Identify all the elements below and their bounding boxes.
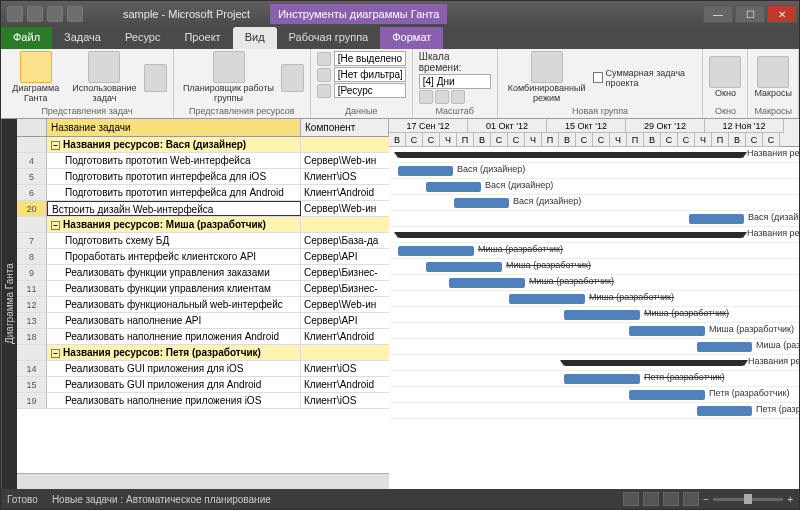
maximize-button[interactable]: ☐: [735, 5, 765, 23]
task-bar[interactable]: [629, 390, 705, 400]
component-cell[interactable]: Сервер\Web-ин: [301, 297, 389, 312]
task-bar[interactable]: [398, 246, 474, 256]
task-bar[interactable]: [454, 198, 509, 208]
task-name-cell[interactable]: Реализовать наполнение приложения Androi…: [47, 329, 301, 344]
row-id[interactable]: [17, 345, 47, 360]
table-row[interactable]: 5Подготовить прототип интерфейса для iOS…: [17, 169, 389, 185]
minimize-button[interactable]: —: [703, 5, 733, 23]
table-row[interactable]: 20Встроить дизайн Web-интерфейсаСервер\W…: [17, 201, 389, 217]
row-id[interactable]: 14: [17, 361, 47, 376]
task-bar[interactable]: [689, 214, 744, 224]
sort-icon[interactable]: [317, 52, 331, 66]
task-name-cell[interactable]: −Названия ресурсов: Вася (дизайнер): [47, 137, 301, 152]
tab-team[interactable]: Рабочая группа: [277, 27, 381, 49]
group-icon[interactable]: [317, 84, 331, 98]
col-header-id[interactable]: [17, 119, 47, 136]
task-bar[interactable]: [426, 262, 502, 272]
task-name-cell[interactable]: Реализовать GUI приложения для iOS: [47, 361, 301, 376]
row-id[interactable]: [17, 137, 47, 152]
task-name-cell[interactable]: Реализовать функциональный web-интерфейс: [47, 297, 301, 312]
row-id[interactable]: 13: [17, 313, 47, 328]
collapse-icon[interactable]: −: [51, 349, 60, 358]
gantt-row[interactable]: Вася (дизайнер): [389, 179, 799, 195]
table-row[interactable]: 6Подготовить прототип интерфейса для And…: [17, 185, 389, 201]
component-cell[interactable]: Клиент\Android: [301, 377, 389, 392]
table-row[interactable]: 13Реализовать наполнение APIСервер\API: [17, 313, 389, 329]
close-button[interactable]: ✕: [767, 5, 797, 23]
zoom-icon[interactable]: [419, 90, 433, 104]
row-id[interactable]: 8: [17, 249, 47, 264]
row-id[interactable]: 9: [17, 265, 47, 280]
gantt-row[interactable]: Миша (разработч: [389, 339, 799, 355]
task-bar[interactable]: [509, 294, 585, 304]
component-cell[interactable]: Клиент\Android: [301, 185, 389, 200]
gantt-row[interactable]: Миша (разработчик): [389, 275, 799, 291]
row-id[interactable]: 7: [17, 233, 47, 248]
table-row[interactable]: 12Реализовать функциональный web-интерфе…: [17, 297, 389, 313]
component-cell[interactable]: Клиент\iOS: [301, 393, 389, 408]
tab-view[interactable]: Вид: [233, 27, 277, 49]
gantt-row[interactable]: Миша (разработчик): [389, 323, 799, 339]
table-row[interactable]: 18Реализовать наполнение приложения Andr…: [17, 329, 389, 345]
tab-format[interactable]: Формат: [380, 27, 443, 49]
task-name-cell[interactable]: Реализовать функции управления клиентам: [47, 281, 301, 296]
gantt-row[interactable]: Миша (разработчик): [389, 291, 799, 307]
gantt-row[interactable]: Вася (дизайнер): [389, 211, 799, 227]
table-row[interactable]: 7Подготовить схему БДСервер\База-да: [17, 233, 389, 249]
collapse-icon[interactable]: −: [51, 221, 60, 230]
tab-project[interactable]: Проект: [172, 27, 232, 49]
component-cell[interactable]: Сервер\API: [301, 313, 389, 328]
task-bar[interactable]: [564, 374, 640, 384]
gantt-chart-icon[interactable]: [20, 51, 52, 83]
table-row[interactable]: −Названия ресурсов: Петя (разработчик): [17, 345, 389, 361]
row-id[interactable]: 12: [17, 297, 47, 312]
task-name-cell[interactable]: Реализовать наполнение API: [47, 313, 301, 328]
tab-resource[interactable]: Ресурс: [113, 27, 172, 49]
view-shortcut-1[interactable]: [623, 492, 639, 506]
table-row[interactable]: 15Реализовать GUI приложения для Android…: [17, 377, 389, 393]
gantt-row[interactable]: Названия ресур: [389, 147, 799, 163]
entire-project-icon[interactable]: [435, 90, 449, 104]
gantt-row[interactable]: Миша (разработчик): [389, 307, 799, 323]
window-icon[interactable]: [709, 56, 741, 88]
row-id[interactable]: 6: [17, 185, 47, 200]
table-row[interactable]: −Названия ресурсов: Вася (дизайнер): [17, 137, 389, 153]
view-shortcut-3[interactable]: [663, 492, 679, 506]
resource-views-more-icon[interactable]: [281, 64, 304, 92]
component-cell[interactable]: Сервер\Бизнес-: [301, 265, 389, 280]
row-id[interactable]: 4: [17, 153, 47, 168]
row-id[interactable]: 19: [17, 393, 47, 408]
macros-icon[interactable]: [757, 56, 789, 88]
task-bar[interactable]: [398, 166, 453, 176]
undo-icon[interactable]: [27, 6, 43, 22]
zoom-slider[interactable]: [713, 498, 783, 501]
qat-dropdown-icon[interactable]: [67, 6, 83, 22]
zoom-in-icon[interactable]: +: [787, 494, 793, 505]
task-name-cell[interactable]: −Названия ресурсов: Петя (разработчик): [47, 345, 301, 360]
row-id[interactable]: 18: [17, 329, 47, 344]
component-cell[interactable]: Сервер\База-да: [301, 233, 389, 248]
highlight-dropdown[interactable]: [334, 51, 406, 66]
gantt-row[interactable]: Петя (разработчи: [389, 403, 799, 419]
task-name-cell[interactable]: Проработать интерфейс клиентского API: [47, 249, 301, 264]
component-cell[interactable]: Сервер\Бизнес-: [301, 281, 389, 296]
component-cell[interactable]: [301, 217, 389, 232]
summary-bar[interactable]: [398, 152, 743, 158]
timescale-dropdown[interactable]: [419, 74, 491, 89]
col-header-name[interactable]: Название задачи: [47, 119, 301, 136]
row-id[interactable]: 5: [17, 169, 47, 184]
view-shortcut-2[interactable]: [643, 492, 659, 506]
component-cell[interactable]: Клиент\Android: [301, 329, 389, 344]
view-shortcut-4[interactable]: [683, 492, 699, 506]
summary-bar[interactable]: [398, 232, 743, 238]
task-name-cell[interactable]: Реализовать наполнение приложения iOS: [47, 393, 301, 408]
task-views-more-icon[interactable]: [144, 64, 167, 92]
task-bar[interactable]: [697, 406, 752, 416]
gantt-row[interactable]: Вася (дизайнер): [389, 163, 799, 179]
table-row[interactable]: 9Реализовать функции управления заказами…: [17, 265, 389, 281]
table-row[interactable]: 4Подготовить прототип Web-интерфейсаСерв…: [17, 153, 389, 169]
task-name-cell[interactable]: Реализовать функции управления заказами: [47, 265, 301, 280]
gantt-row[interactable]: Названия ресур: [389, 227, 799, 243]
task-name-cell[interactable]: Подготовить прототип Web-интерфейса: [47, 153, 301, 168]
row-id[interactable]: 20: [17, 201, 47, 216]
